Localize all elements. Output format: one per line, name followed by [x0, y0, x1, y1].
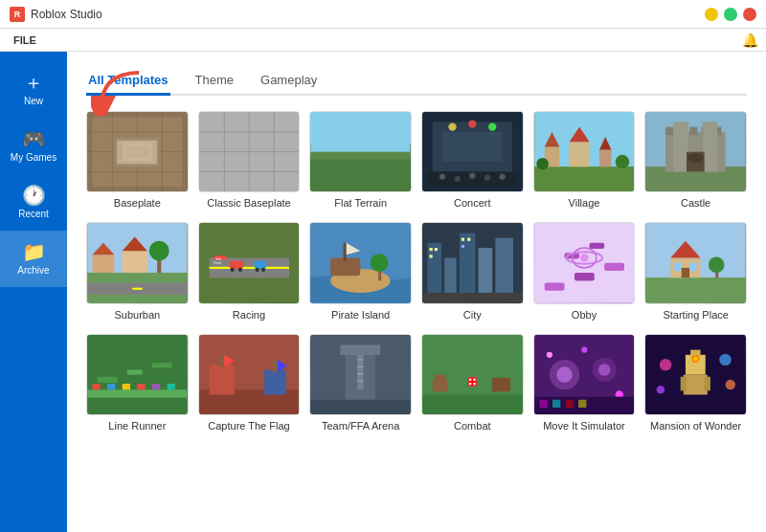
template-thumb-mansion — [644, 334, 747, 415]
sidebar-item-recent[interactable]: 🕐 Recent — [0, 174, 67, 231]
svg-rect-22 — [442, 132, 502, 162]
template-thumb-concert — [421, 111, 524, 192]
svg-rect-145 — [435, 374, 445, 382]
sidebar-recent-label: Recent — [18, 209, 49, 219]
svg-rect-45 — [665, 127, 673, 135]
svg-rect-73 — [254, 261, 265, 269]
sidebar-item-my-games[interactable]: 🎮 My Games — [0, 118, 67, 174]
template-label-baseplate: Baseplate — [114, 197, 161, 209]
svg-rect-79 — [344, 243, 347, 261]
template-item-baseplate[interactable]: Baseplate — [86, 111, 189, 209]
template-label-flat-terrain: Flat Terrain — [334, 197, 387, 209]
svg-rect-92 — [462, 238, 464, 241]
tab-all-templates[interactable]: All Templates — [86, 67, 170, 96]
svg-rect-89 — [430, 248, 433, 251]
template-item-combat[interactable]: Combat — [421, 334, 524, 432]
svg-point-75 — [260, 268, 264, 272]
svg-point-72 — [238, 268, 242, 272]
template-thumb-line-runner — [86, 334, 189, 415]
notification-bell[interactable]: 🔔 — [742, 33, 758, 48]
svg-point-74 — [255, 268, 259, 272]
file-menu[interactable]: FILE — [8, 33, 42, 48]
sidebar-my-games-label: My Games — [11, 152, 56, 163]
template-item-starting-place[interactable]: Starting Place — [644, 222, 747, 320]
svg-rect-93 — [467, 238, 470, 241]
template-thumb-classic-baseplate — [198, 111, 301, 192]
template-thumb-suburban — [86, 222, 189, 303]
template-item-village[interactable]: Village — [533, 111, 636, 209]
template-thumb-village — [533, 111, 636, 192]
svg-rect-51 — [703, 122, 718, 171]
template-item-racing[interactable]: Start Finish Racing — [198, 222, 301, 320]
plus-icon: ＋ — [24, 73, 43, 92]
template-item-castle[interactable]: Castle — [644, 111, 747, 209]
minimize-button[interactable] — [705, 8, 718, 21]
svg-rect-161 — [552, 399, 560, 407]
template-label-pirate-island: Pirate Island — [331, 309, 390, 321]
sidebar-new-label: New — [24, 96, 43, 106]
svg-rect-127 — [209, 365, 234, 394]
svg-rect-87 — [479, 248, 493, 298]
svg-point-168 — [694, 357, 698, 361]
template-item-line-runner[interactable]: Line Runner — [86, 334, 189, 432]
svg-rect-57 — [132, 288, 142, 290]
svg-rect-95 — [422, 293, 522, 302]
svg-rect-128 — [219, 354, 224, 366]
svg-rect-124 — [168, 384, 175, 389]
svg-rect-53 — [687, 153, 704, 163]
svg-rect-36 — [569, 142, 589, 166]
template-item-move-it[interactable]: Move It Simulator — [533, 334, 636, 432]
svg-text:Finish: Finish — [213, 261, 221, 265]
svg-point-172 — [660, 359, 671, 370]
template-label-line-runner: Line Runner — [108, 420, 166, 432]
template-item-flat-terrain[interactable]: Flat Terrain — [309, 111, 412, 209]
template-thumb-pirate-island — [309, 222, 412, 303]
svg-rect-130 — [264, 369, 286, 394]
template-label-village: Village — [569, 197, 600, 209]
template-label-city: City — [463, 309, 482, 321]
svg-rect-99 — [604, 263, 624, 271]
sidebar: ＋ New 🎮 My Games 🕐 Recent 📁 Archive — [0, 52, 67, 532]
template-label-starting-place: Starting Place — [663, 309, 728, 321]
my-games-icon: 🎮 — [22, 129, 46, 148]
template-thumb-baseplate — [86, 111, 189, 192]
template-item-city[interactable]: City — [421, 222, 524, 320]
svg-rect-18 — [311, 157, 411, 191]
template-label-team-ffa: Team/FFA Arena — [322, 420, 399, 432]
svg-rect-101 — [589, 243, 604, 249]
svg-rect-131 — [272, 360, 277, 371]
template-item-pirate-island[interactable]: Pirate Island — [309, 222, 412, 320]
svg-rect-163 — [578, 399, 586, 407]
tab-gameplay[interactable]: Gameplay — [259, 67, 319, 96]
template-item-concert[interactable]: Concert — [421, 111, 524, 209]
template-item-suburban[interactable]: Suburban — [86, 222, 189, 320]
svg-rect-8 — [123, 142, 152, 162]
title-bar: R Roblox Studio — [0, 0, 766, 29]
template-item-capture-flag[interactable]: Capture The Flag — [198, 334, 301, 432]
svg-point-104 — [580, 255, 588, 262]
maximize-button[interactable] — [724, 8, 737, 21]
svg-rect-85 — [444, 258, 456, 299]
sidebar-item-new[interactable]: ＋ New — [0, 61, 67, 118]
svg-point-153 — [556, 366, 573, 383]
svg-rect-162 — [565, 399, 573, 407]
template-item-mansion[interactable]: Mansion of Wonder — [644, 334, 747, 432]
svg-rect-109 — [675, 263, 682, 271]
svg-rect-136 — [341, 344, 381, 354]
svg-rect-110 — [689, 263, 696, 271]
svg-rect-117 — [127, 369, 143, 374]
sidebar-item-archive[interactable]: 📁 Archive — [0, 231, 67, 287]
template-item-classic-baseplate[interactable]: Classic Baseplate — [198, 111, 301, 209]
tab-theme[interactable]: Theme — [193, 67, 236, 96]
template-thumb-combat — [421, 334, 524, 415]
svg-rect-91 — [430, 255, 433, 258]
template-label-combat: Combat — [454, 420, 491, 432]
svg-rect-120 — [107, 384, 115, 389]
close-button[interactable] — [743, 8, 756, 21]
svg-rect-66 — [209, 267, 288, 269]
svg-rect-121 — [123, 384, 130, 389]
template-thumb-wrapper-baseplate — [86, 111, 189, 192]
template-item-obby[interactable]: Obby — [533, 222, 636, 320]
svg-point-156 — [546, 351, 552, 357]
template-item-team-ffa[interactable]: Team/FFA Arena — [309, 334, 412, 432]
